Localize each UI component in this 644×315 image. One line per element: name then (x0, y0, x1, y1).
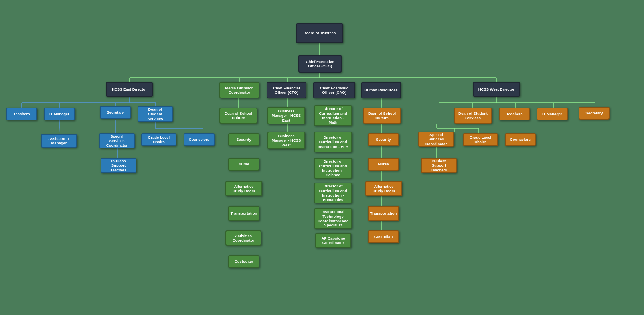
it-manager-west: IT Manager (537, 108, 568, 120)
grade-level-chairs-west: Grade Level Chairs (463, 133, 498, 146)
dean-student-services-east: Dean of Student Services (138, 106, 173, 122)
biz-manager-east: Business Manager - HCSS East (267, 107, 305, 124)
security-hr: Security (368, 133, 399, 146)
in-class-support-west: In-Class Support Teachers (421, 158, 457, 173)
cfo: Chief Financial Officer (CFO) (267, 82, 306, 98)
teachers-west: Teachers (499, 108, 530, 120)
special-services-west: Special Services Coordinator (418, 132, 454, 147)
custodian-cfo: Custodian (228, 255, 259, 268)
alt-study-hr: Alternative Study Room (365, 181, 402, 196)
svg-line-16 (59, 128, 59, 134)
teachers-east: Teachers (6, 108, 37, 120)
counselors-west: Counselors (505, 133, 536, 146)
secretary-east: Secretary (100, 106, 131, 119)
security-cfo: Security (228, 133, 259, 146)
ceo: Chief Executive Officer (CEO) (298, 55, 342, 73)
biz-manager-west: Business Manager - HCSS West (267, 132, 305, 149)
transportation-hr: Transportation (368, 206, 399, 221)
asst-it-east: Assistant IT Manager (41, 134, 77, 148)
dir-curriculum-math: Director of Curriculum and Instruction -… (314, 105, 352, 126)
nurse-hr: Nurse (368, 158, 399, 171)
custodian-hr: Custodian (368, 230, 399, 243)
hcss-east-director: HCSS East Director (106, 82, 153, 97)
ap-capstone: AP Capstone Coordinator (315, 233, 351, 248)
board-of-trustees: Board of Trustees (296, 23, 343, 43)
org-chart: Board of Trustees Chief Executive Office… (0, 0, 644, 315)
media-outreach: Media Outreach Coordinator (219, 82, 259, 98)
inst-tech: Instructional Technology Coordinator/Dat… (314, 208, 352, 229)
cao: Chief Academic Officer (CAO) (313, 82, 355, 98)
grade-level-chairs-east: Grade Level Chairs (141, 133, 176, 146)
activities-coordinator: Activities Coordinator (225, 230, 261, 246)
it-manager-east: IT Manager (44, 108, 75, 120)
hcss-west-director: HCSS West Director (473, 82, 520, 97)
counselors-east: Counselors (184, 133, 215, 146)
in-class-support-east: In-Class Support Teachers (101, 158, 136, 173)
dir-curriculum-sci: Director of Curriculum and Instruction -… (314, 158, 352, 179)
dir-curriculum-ela: Director of Curriculum and Instruction -… (314, 132, 352, 152)
dean-school-culture-hr: Dean of School Culture (363, 108, 401, 124)
transportation-cfo: Transportation (228, 206, 259, 221)
nurse-cfo: Nurse (228, 158, 259, 171)
dean-student-services-west: Dean of Student Services (454, 108, 492, 124)
human-resources: Human Resources (361, 82, 401, 98)
dean-school-culture-cfo: Dean of School Culture (219, 108, 257, 124)
special-services-east: Special Services Coordinator (99, 133, 135, 148)
secretary-west: Secretary (579, 107, 610, 120)
alt-study-cfo: Alternative Study Room (225, 181, 262, 196)
dir-curriculum-hum: Director of Curriculum and Instruction -… (314, 183, 352, 203)
